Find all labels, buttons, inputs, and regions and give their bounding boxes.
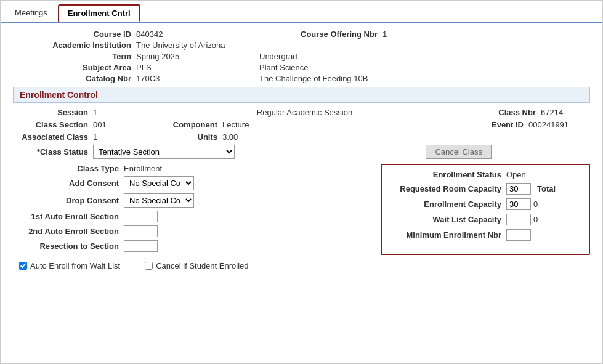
auto-enroll-2-row: 2nd Auto Enroll Section [13,225,374,237]
cancel-if-enrolled-checkbox[interactable] [145,262,153,270]
min-enrollment-input[interactable] [506,229,531,241]
requested-room-cap-input[interactable] [506,183,531,195]
wait-list-total-value: 0 [533,215,538,224]
add-consent-row: Add Consent No Special Co [13,176,374,190]
class-type-label: Class Type [13,164,124,173]
resection-input[interactable] [124,240,158,252]
min-enrollment-row: Minimum Enrollment Nbr [389,229,581,241]
auto-enroll-1-input[interactable] [124,211,158,222]
auto-enroll-label: Auto Enroll from Wait List [30,261,120,270]
lower-section: Class Type Enrollment Add Consent No Spe… [13,164,590,255]
wait-list-cap-label: Wait List Capacity [389,215,506,224]
term-label: Term [13,52,136,61]
subject-area-label: Subject Area [13,63,136,72]
associated-class-value: 1 [93,132,142,142]
wait-list-cap-input[interactable] [506,214,531,225]
cancel-if-enrolled-check-item: Cancel if Student Enrolled [145,261,248,270]
resection-row: Resection to Section [13,240,374,252]
associated-class-label: Associated Class [13,132,93,142]
academic-institution-value: The University of Arizona [136,41,590,50]
course-id-label: Course ID [13,30,136,39]
requested-room-cap-row: Requested Room Capacity Total [389,183,581,195]
left-col: Class Type Enrollment Add Consent No Spe… [13,164,374,255]
add-consent-select[interactable]: No Special Co [124,176,194,190]
component-value: Lecture [222,120,272,129]
auto-enroll-check-item: Auto Enroll from Wait List [19,261,120,270]
term-value: Spring 2025 [136,52,259,61]
catalog-nbr-extra: The Challenge of Feeding 10B [259,74,590,83]
course-offering-nbr-label: Course Offering Nbr [259,30,382,39]
tab-bar: Meetings Enrollment Cntrl [1,1,602,23]
total-label: Total [537,184,556,193]
cancel-class-button[interactable]: Cancel Class [426,145,492,159]
course-offering-nbr-value: 1 [382,30,590,39]
enrollment-status-row: Enrollment Status Open [389,170,581,179]
enrollment-control-header: Enrollment Control [13,87,590,103]
component-label: Component [142,120,222,129]
term-extra: Undergrad [259,52,590,61]
class-nbr-value: 67214 [541,108,590,117]
catalog-nbr-value: 170C3 [136,74,259,83]
subject-area-extra: Plant Science [259,63,590,72]
auto-enroll-1-label: 1st Auto Enroll Section [13,212,124,221]
class-status-label: *Class Status [13,147,93,156]
class-nbr-label: Class Nbr [479,108,541,117]
bottom-row: Auto Enroll from Wait List Cancel if Stu… [13,261,590,270]
min-enrollment-label: Minimum Enrollment Nbr [389,230,506,240]
enrollment-cap-label: Enrollment Capacity [389,200,506,209]
tab-enrollment-cntrl[interactable]: Enrollment Cntrl [58,4,140,22]
auto-enroll-checkbox[interactable] [19,262,27,270]
class-type-row: Class Type Enrollment [13,164,374,173]
session-label: Session [13,108,93,117]
enrollment-cap-input[interactable] [506,198,531,210]
resection-label: Resection to Section [13,241,124,251]
units-value: 3.00 [222,132,272,142]
main-content: Course ID 040342 Course Offering Nbr 1 A… [1,23,602,277]
wait-list-cap-row: Wait List Capacity 0 [389,214,581,225]
enrollment-status-label: Enrollment Status [389,170,506,179]
drop-consent-row: Drop Consent No Special Co [13,193,374,208]
academic-institution-label: Academic Institution [13,41,136,50]
class-section-label: Class Section [13,120,93,129]
class-status-select[interactable]: Tentative Section [93,145,235,159]
session-value: 1 [93,108,130,117]
subject-area-value: PLS [136,63,259,72]
enrollment-status-value: Open [506,170,526,179]
auto-enroll-1-row: 1st Auto Enroll Section [13,211,374,222]
drop-consent-label: Drop Consent [13,196,124,205]
cancel-if-enrolled-label: Cancel if Student Enrolled [156,261,248,270]
auto-enroll-2-label: 2nd Auto Enroll Section [13,227,124,236]
class-type-value: Enrollment [124,164,162,173]
catalog-nbr-label: Catalog Nbr [13,74,136,83]
tab-meetings[interactable]: Meetings [6,4,57,22]
event-id-value: 000241991 [528,120,590,129]
enrollment-total-value: 0 [533,200,538,209]
event-id-label: Event ID [467,120,528,129]
class-section-value: 001 [93,120,142,129]
course-id-value: 040342 [136,30,259,39]
units-label: Units [142,132,222,142]
drop-consent-select[interactable]: No Special Co [124,193,194,208]
add-consent-label: Add Consent [13,179,124,188]
session-desc: Regular Academic Session [130,108,479,117]
auto-enroll-2-input[interactable] [124,225,158,237]
requested-room-cap-label: Requested Room Capacity [389,184,506,193]
enrollment-cap-row: Enrollment Capacity 0 [389,198,581,210]
right-col-highlighted: Enrollment Status Open Requested Room Ca… [381,164,590,255]
